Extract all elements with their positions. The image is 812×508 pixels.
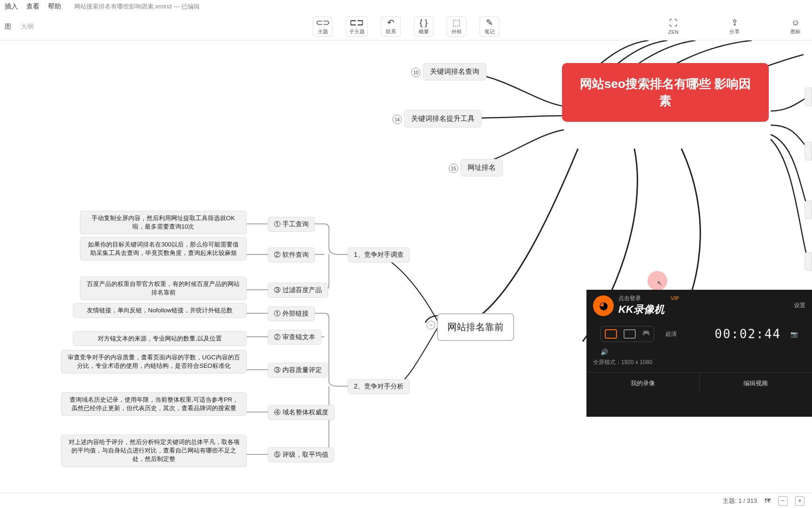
statusbar: 主题: 1 / 313 🗺 − + (0, 493, 812, 508)
cut-node-2[interactable] (804, 142, 812, 160)
recorder-login-link[interactable]: 点击登录 VIP (618, 294, 679, 302)
menubar: 插入 查看 帮助 网站搜索排名有哪些影响因素.xmind — 已编辑 (0, 0, 812, 13)
note-button[interactable]: ✎ 笔记 (480, 16, 500, 37)
record-mode-group: 🎮 (601, 326, 654, 342)
node-keyword-rank-tool[interactable]: 关键词排名提升工具 (404, 110, 482, 127)
node-anchor-text[interactable]: ② 审查锚文本 (268, 330, 321, 345)
desc-anchor-text[interactable]: 对方锚文本的来源，专业网站的数量,以及位置 (73, 331, 247, 346)
screen-recorder-panel[interactable]: ◕ 点击登录 VIP KK录像机 设置 🎮 超清 00:02:44 📷 🔊 全屏… (586, 290, 812, 417)
mode-game-icon[interactable]: 🎮 (642, 329, 650, 339)
toolbar: 图 大纲 ⊂⊃ 主题 ⊏⊐ 子主题 ↶ 联系 { } 概要 ⬚ 外框 ✎ 笔记 … (0, 13, 812, 40)
mode-window-icon[interactable] (624, 329, 636, 339)
zoom-in-button[interactable]: + (795, 496, 804, 506)
node-competitor-analysis[interactable]: 2、竞争对手分析 (348, 379, 410, 394)
boundary-icon: ⬚ (450, 18, 463, 27)
note-icon: ✎ (483, 18, 496, 27)
tab-outline[interactable]: 大纲 (21, 23, 34, 31)
collapse-toggle[interactable]: − (427, 321, 435, 329)
node-filter-baidu[interactable]: ③ 过滤百度产品 (268, 283, 328, 298)
zoom-out-button[interactable]: − (778, 496, 788, 506)
desc-filter-baidu[interactable]: 百度产品的权重自带官方权重，有的时候百度产品的网站排名靠前 (80, 277, 247, 300)
my-recordings-button[interactable]: 我的录像 (586, 373, 700, 394)
file-title: 网站搜索排名有哪些影响因素.xmind — 已编辑 (74, 2, 200, 11)
summary-button[interactable]: { } 概要 (414, 16, 434, 37)
node-content-quality[interactable]: ③ 内容质量评定 (268, 363, 328, 378)
node-competitor-survey[interactable]: 1、竞争对手调查 (348, 247, 410, 262)
map-icon[interactable]: 🗺 (765, 497, 771, 504)
record-time: 00:02:44 (715, 327, 781, 341)
zen-icon: ⛶ (667, 19, 680, 28)
cursor-icon: ↖ (657, 279, 663, 287)
subtopic-icon: ⊏⊐ (350, 18, 363, 27)
tab-graph[interactable]: 图 (5, 23, 11, 31)
camera-icon[interactable]: 📷 (790, 331, 798, 338)
node-url-rank[interactable]: 网址排名 (461, 159, 503, 176)
menu-help[interactable]: 帮助 (48, 2, 61, 11)
node-rating-avg[interactable]: ⑤ 评级，取平均值 (268, 447, 335, 462)
node-site-rank-top[interactable]: 网站排名靠前 (437, 313, 514, 341)
desc-software-query[interactable]: 如果你的目标关键词排名在300以后，那么你可能需要借助采集工具去查询，毕竟页数角… (80, 237, 247, 261)
cut-node-3[interactable] (804, 200, 812, 219)
badge-14: 14 (392, 115, 402, 124)
desc-manual-query[interactable]: 手动复制全屏内容，然后利用网址提取工具筛选就OK啦，最多需要查询10次 (80, 211, 247, 234)
volume-icon[interactable]: 🔊 (601, 349, 608, 356)
desc-domain-authority[interactable]: 查询域名历史记录，使用年限，当前整体权重,可适当参考PR，虽然已经停止更新，但代… (61, 392, 247, 416)
cut-node-1[interactable] (804, 87, 812, 106)
record-mode-info: 全屏模式：1920 x 1080 (586, 357, 812, 367)
relation-icon: ↶ (384, 18, 398, 27)
node-software-query[interactable]: ② 软件查询 (268, 247, 315, 262)
share-button[interactable]: ⇪ 分享 (725, 17, 744, 36)
quality-label[interactable]: 超清 (665, 330, 677, 338)
share-icon: ⇪ (728, 18, 741, 27)
topic-button[interactable]: ⊂⊃ 主题 (313, 16, 333, 37)
vip-badge: VIP (671, 295, 679, 301)
menu-insert[interactable]: 插入 (5, 2, 18, 11)
node-external-links[interactable]: ① 外部链接 (268, 306, 315, 321)
recorder-settings[interactable]: 设置 (794, 302, 805, 310)
node-domain-authority[interactable]: ④ 域名整体权威度 (268, 405, 335, 420)
zen-button[interactable]: ⛶ ZEN (664, 18, 683, 36)
edit-video-button[interactable]: 编辑视频 (700, 373, 812, 394)
menu-view[interactable]: 查看 (26, 2, 39, 11)
mindmap-canvas[interactable]: 网站seo搜索排名有哪些 影响因素 10 关键词排名查询 14 关键词排名提升工… (0, 40, 812, 492)
cut-node-4[interactable] (804, 252, 812, 271)
subtopic-button[interactable]: ⊏⊐ 子主题 (346, 16, 368, 37)
badge-10: 10 (411, 68, 421, 77)
node-keyword-rank-query[interactable]: 关键词排名查询 (423, 63, 486, 80)
desc-external-links[interactable]: 友情链接，单向反链，Nofollow链接，并统计外链总数 (73, 303, 247, 318)
badge-15: 15 (449, 164, 458, 173)
boundary-button[interactable]: ⬚ 外框 (447, 16, 467, 37)
smiley-icon: ☺ (789, 18, 802, 27)
node-manual-query[interactable]: ① 手工查询 (268, 217, 315, 232)
relation-button[interactable]: ↶ 联系 (381, 16, 401, 37)
topic-icon: ⊂⊃ (316, 18, 329, 27)
desc-rating-avg[interactable]: 对上述内容给予评分，然后分析特定关键词的总体平凡，取各项的平均值，与自身站点进行… (61, 435, 247, 467)
recorder-logo-icon: ◕ (593, 295, 614, 316)
mode-screen-icon[interactable] (605, 329, 617, 339)
root-node[interactable]: 网站seo搜索排名有哪些 影响因素 (562, 63, 769, 122)
icon-button[interactable]: ☺ 图标 (786, 17, 805, 36)
topic-count: 主题: 1 / 313 (723, 497, 757, 505)
summary-icon: { } (417, 18, 430, 27)
recorder-brand: KK录像机 (618, 302, 679, 317)
desc-content-quality[interactable]: 审查竞争对手的内容质量，查看页面内容的字数，UGC内容的百分比，专业术语的使用，… (61, 350, 247, 373)
